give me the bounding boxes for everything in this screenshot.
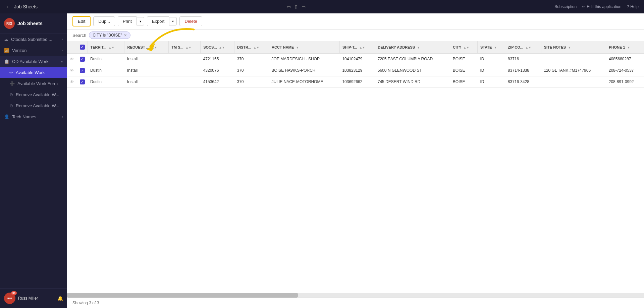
print-dropdown-caret[interactable]: ▾ — [137, 17, 144, 25]
col-city[interactable]: CITY ▲▼ — [450, 41, 478, 53]
tablet-icon[interactable]: ▯ — [295, 4, 298, 9]
sidebar-item-remove-available-w2[interactable]: ⊖ Remove Available W... — [0, 100, 67, 111]
row-state-1: ID — [477, 65, 505, 76]
sidebar-item-label: Remove Available W... — [16, 103, 59, 108]
toolbar: Edit Dup... Print ▾ Export ▾ Delete — [67, 13, 644, 29]
showing-text: Showing 3 of 3 — [72, 301, 99, 305]
col-acct-name[interactable]: ACCT NAME ▼ — [269, 41, 340, 53]
col-site-notes[interactable]: SITE NOTES ▼ — [541, 41, 606, 53]
col-request-type[interactable]: REQUEST ... ▲▼ — [124, 41, 169, 53]
scrollbar-thumb[interactable] — [67, 293, 298, 298]
sidebar-item-label: Tech Names — [12, 114, 36, 119]
sidebar-footer: RIG 56 Russ Miller 🔔 — [0, 288, 67, 308]
back-icon[interactable]: ← — [5, 3, 11, 10]
col-phone1[interactable]: PHONE 1 ▼ — [606, 41, 644, 53]
sidebar-item-tech-names[interactable]: 👤 Tech Names › — [0, 111, 67, 122]
col-district[interactable]: DISTR... ▲▼ — [234, 41, 269, 53]
print-button[interactable]: Print — [118, 16, 137, 26]
table-row[interactable]: 👁 ✓ Dustin Install 4721155 370 JOE MARDE… — [67, 53, 644, 65]
export-dropdown-caret[interactable]: ▾ — [169, 17, 177, 25]
row-zip-code-0: 83716 — [505, 53, 541, 65]
pencil-icon: ✏ — [9, 70, 13, 75]
row-zip-code-2: 83716-3428 — [505, 76, 541, 88]
col-checkbox[interactable]: ✓ — [77, 41, 88, 53]
col-zip-code[interactable]: ZIP CO... ▲▼ — [505, 41, 541, 53]
row-district-2: 370 — [234, 76, 269, 88]
col-ship-to[interactable]: SHIP-T... ▲▼ — [339, 41, 375, 53]
row-tm-status-2 — [169, 76, 201, 88]
row-tm-status-0 — [169, 53, 201, 65]
top-bar-right: Subscription ✏ Edit this application ? H… — [554, 4, 639, 9]
horizontal-scrollbar[interactable] — [67, 293, 644, 298]
row-phone1-2: 208-891-0992 — [606, 76, 644, 88]
row-territory-2: Dustin — [88, 76, 124, 88]
sidebar-item-otodata[interactable]: ☁ Otodata Submitted ... › — [0, 34, 67, 45]
main-content: Edit Dup... Print ▾ Export ▾ Delete Sear… — [67, 13, 644, 308]
filter-remove-button[interactable]: × — [124, 33, 127, 38]
row-site-notes-0 — [541, 53, 606, 65]
row-state-2: ID — [477, 76, 505, 88]
row-site-notes-2 — [541, 76, 606, 88]
col-delivery-address[interactable]: DELIVERY ADDRESS ▼ — [375, 41, 450, 53]
chevron-right-icon: › — [62, 38, 63, 41]
help-link[interactable]: ? Help — [627, 4, 639, 9]
sidebar-item-label: Verizon — [12, 48, 26, 53]
sidebar: RIG Job Sheets ☁ Otodata Submitted ... ›… — [0, 13, 67, 308]
delete-button[interactable]: Delete — [179, 16, 202, 26]
notification-badge: 56 — [11, 291, 17, 295]
row-phone1-0: 4085680287 — [606, 53, 644, 65]
sidebar-item-available-work-form[interactable]: ➕ Available Work Form — [0, 78, 67, 89]
bell-icon[interactable]: 🔔 — [57, 296, 63, 301]
sidebar-item-od-available-work[interactable]: 📋 OD Available Work ∨ — [0, 56, 67, 67]
filter-text: CITY is "BOISE" — [93, 33, 122, 38]
row-request-type-0: Install — [124, 53, 169, 65]
city-filter-tag: CITY is "BOISE" × — [89, 32, 130, 39]
user-name: Russ Miller — [18, 296, 38, 301]
row-eye-0[interactable]: 👁 — [67, 53, 77, 65]
top-bar: ← Job Sheets ▭ ▯ ▭ Subscription ✏ Edit t… — [0, 0, 644, 13]
chevron-down-icon: ∨ — [61, 60, 63, 63]
row-checkbox-2[interactable]: ✓ — [77, 76, 88, 88]
sidebar-item-remove-available-w1[interactable]: ⊖ Remove Available W... — [0, 89, 67, 100]
table-footer: Showing 3 of 3 — [67, 298, 644, 308]
edit-button[interactable]: Edit — [72, 16, 91, 26]
duplicate-button[interactable]: Dup... — [93, 16, 115, 26]
export-button[interactable]: Export — [147, 16, 169, 26]
row-eye-1[interactable]: 👁 — [67, 65, 77, 76]
row-territory-1: Dustin — [88, 65, 124, 76]
row-state-0: ID — [477, 53, 505, 65]
row-phone1-1: 208-724-0537 — [606, 65, 644, 76]
chevron-right-icon: › — [62, 49, 63, 52]
data-table: ✓ TERRIT... ▲▼ REQUEST ... ▲▼ TM S... ▲▼… — [67, 41, 644, 88]
row-acct-name-0: JOE MARDESICH - SHOP — [269, 53, 340, 65]
row-checkbox-1[interactable]: ✓ — [77, 65, 88, 76]
row-city-0: BOISE — [450, 53, 478, 65]
col-state[interactable]: STATE ▼ — [477, 41, 505, 53]
row-territory-0: Dustin — [88, 53, 124, 65]
col-territory[interactable]: TERRIT... ▲▼ — [88, 41, 124, 53]
subscription-link[interactable]: Subscription — [554, 4, 577, 9]
minus-circle-icon: ⊖ — [9, 103, 13, 108]
file-icon: 📋 — [4, 59, 9, 64]
sidebar-item-available-work[interactable]: ✏ Available Work — [0, 67, 67, 78]
row-eye-2[interactable]: 👁 — [67, 76, 77, 88]
sidebar-item-label: Otodata Submitted ... — [11, 37, 52, 42]
table-row[interactable]: 👁 ✓ Dustin Install 4153642 370 JULIE NAC… — [67, 76, 644, 88]
row-zip-code-1: 83714-1338 — [505, 65, 541, 76]
row-city-2: BOISE — [450, 76, 478, 88]
phone-icon[interactable]: ▭ — [302, 4, 306, 9]
signal-icon: 📶 — [4, 48, 9, 53]
row-request-type-2: Install — [124, 76, 169, 88]
col-tm-status[interactable]: TM S... ▲▼ — [169, 41, 201, 53]
search-label: Search — [72, 33, 86, 38]
sidebar-item-verizon[interactable]: 📶 Verizon › — [0, 45, 67, 56]
user-icon: 👤 — [4, 114, 9, 119]
row-ship-to-0: 104102479 — [339, 53, 375, 65]
row-checkbox-0[interactable]: ✓ — [77, 53, 88, 65]
monitor-icon[interactable]: ▭ — [287, 4, 291, 9]
table-row[interactable]: 👁 ✓ Dustin Install 4320076 370 BOISE HAW… — [67, 65, 644, 76]
col-socs[interactable]: SOCS... ▲▼ — [201, 41, 234, 53]
edit-app-link[interactable]: ✏ Edit this application — [582, 4, 621, 9]
row-site-notes-1: 120 GL TANK #M1747966 — [541, 65, 606, 76]
user-avatar: RIG 56 — [4, 293, 15, 304]
